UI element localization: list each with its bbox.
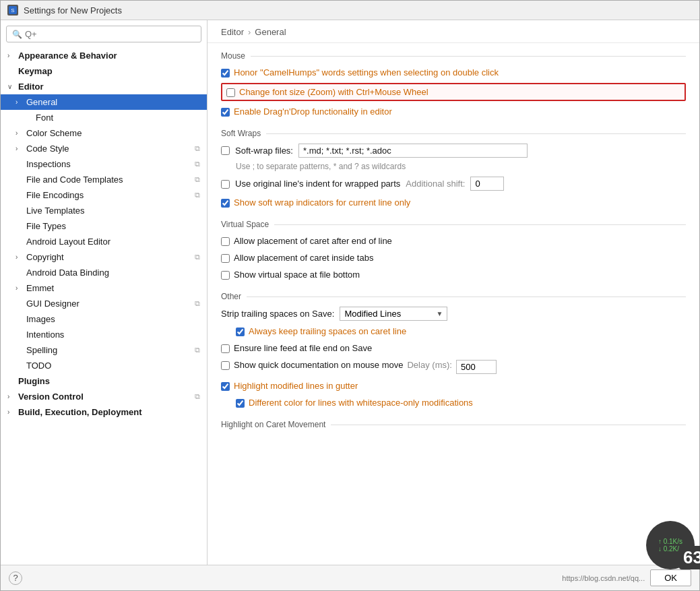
chevron-icon: ›: [15, 145, 24, 152]
sidebar-item-copyright[interactable]: ›Copyright⧉: [1, 249, 207, 265]
dropdown-arrow-icon: ▼: [436, 310, 443, 317]
sidebar-item-label: Plugins: [18, 376, 50, 386]
shift-input[interactable]: [470, 177, 504, 191]
bottom-bar: ? https://blog.csdn.net/qq... OK: [1, 565, 699, 590]
zoom-mouse-wheel-label: Change font size (Zoom) with Ctrl+Mouse …: [239, 87, 428, 97]
drag-drop-checkbox[interactable]: [221, 108, 230, 117]
virtual-space-bottom-label: Show virtual space at file bottom: [234, 270, 360, 280]
sidebar-item-label: General: [26, 97, 57, 107]
caret-inside-tabs-row: Allow placement of caret inside tabs: [221, 251, 686, 264]
copy-icon: ⧉: [195, 191, 200, 199]
sidebar-item-file-encodings[interactable]: File Encodings⧉: [1, 187, 207, 203]
sidebar-item-emmet[interactable]: ›Emmet: [1, 280, 207, 296]
app-icon: S: [7, 5, 18, 15]
strip-trailing-dropdown[interactable]: Modified Lines ▼: [340, 307, 447, 321]
copy-icon: ⧉: [195, 175, 200, 184]
sidebar-item-general[interactable]: ›General: [1, 94, 207, 110]
quick-doc-checkbox[interactable]: [221, 361, 230, 370]
sidebar-item-android-data-binding[interactable]: Android Data Binding: [1, 265, 207, 280]
virtual-space-section: Virtual Space Allow placement of caret a…: [221, 220, 686, 281]
chevron-icon: ›: [15, 253, 24, 261]
sidebar-item-build-execution[interactable]: ›Build, Execution, Deployment: [1, 404, 207, 420]
sidebar-item-file-types[interactable]: File Types: [1, 218, 207, 234]
sidebar-item-inspections[interactable]: Inspections⧉: [1, 156, 207, 172]
sidebar-item-label: Keymap: [18, 66, 53, 76]
quick-doc-row: Show quick documentation on mouse move D…: [221, 359, 686, 375]
soft-wrap-files-label: Soft-wrap files:: [235, 146, 293, 156]
settings-content: Mouse Honor "CamelHumps" words settings …: [208, 43, 699, 565]
sidebar-item-plugins[interactable]: Plugins: [1, 373, 207, 389]
virtual-space-header: Virtual Space: [221, 220, 686, 229]
search-icon: 🔍: [12, 30, 22, 39]
sidebar-item-label: Android Layout Editor: [26, 237, 110, 247]
dropdown-value: Modified Lines: [344, 309, 401, 319]
ensure-line-feed-checkbox[interactable]: [221, 344, 230, 353]
ensure-line-feed-label: Ensure line feed at file end on Save: [234, 343, 372, 353]
drag-drop-label: Enable Drag'n'Drop functionality in edit…: [234, 106, 392, 117]
chevron-icon: ›: [15, 98, 24, 106]
sidebar-item-label: Intentions: [26, 330, 64, 340]
sidebar-item-color-scheme[interactable]: ›Color Scheme: [1, 125, 207, 141]
highlight-modified-label: Highlight modified lines in gutter: [234, 381, 358, 391]
sidebar-item-font[interactable]: Font: [1, 110, 207, 125]
breadcrumb: Editor › General: [208, 20, 699, 43]
show-indicators-checkbox[interactable]: [221, 199, 230, 208]
virtual-space-bottom-row: Show virtual space at file bottom: [221, 268, 686, 281]
drag-drop-row: Enable Drag'n'Drop functionality in edit…: [221, 105, 686, 118]
chevron-icon: ›: [15, 284, 24, 292]
sidebar-item-android-layout-editor[interactable]: Android Layout Editor: [1, 234, 207, 249]
sidebar-item-label: Editor: [18, 82, 44, 92]
sidebar-item-editor[interactable]: ∨Editor: [1, 79, 207, 94]
highlight-modified-checkbox[interactable]: [221, 382, 230, 391]
speed-number: 63: [679, 546, 700, 569]
copy-icon: ⧉: [195, 346, 200, 354]
speed-widget: ↑ 0.1K/s ↓ 0.2K/s 63: [646, 521, 695, 569]
soft-wrap-files-checkbox[interactable]: [221, 146, 230, 155]
sidebar-item-todo[interactable]: TODO: [1, 358, 207, 373]
delay-input[interactable]: [456, 360, 497, 374]
different-color-checkbox[interactable]: [236, 399, 245, 408]
sidebar-item-gui-designer[interactable]: GUI Designer⧉: [1, 296, 207, 311]
sidebar-item-code-style[interactable]: ›Code Style⧉: [1, 141, 207, 156]
sidebar-item-version-control[interactable]: ›Version Control⧉: [1, 389, 207, 404]
breadcrumb-editor: Editor: [221, 27, 244, 37]
quick-doc-label: Show quick documentation on mouse move: [234, 360, 403, 370]
soft-wrap-input[interactable]: [298, 144, 528, 158]
zoom-mouse-wheel-checkbox[interactable]: [226, 88, 235, 97]
caret-end-of-line-checkbox[interactable]: [221, 237, 230, 246]
sidebar-item-label: Live Templates: [26, 206, 84, 216]
copy-icon: ⧉: [195, 144, 200, 153]
sidebar-item-images[interactable]: Images: [1, 311, 207, 327]
camel-humps-label: Honor "CamelHumps" words settings when s…: [234, 67, 499, 77]
use-original-indent-label: Use original line's indent for wrapped p…: [235, 179, 400, 189]
additional-shift-label: Additional shift:: [406, 179, 465, 189]
use-original-indent-checkbox[interactable]: [221, 180, 230, 189]
svg-text:S: S: [11, 7, 14, 13]
caret-end-of-line-row: Allow placement of caret after end of li…: [221, 235, 686, 247]
other-section: Other Strip trailing spaces on Save: Mod…: [221, 292, 686, 409]
sidebar-item-live-templates[interactable]: Live Templates: [1, 203, 207, 218]
sidebar-item-label: Spelling: [26, 345, 57, 355]
sidebar-item-intentions[interactable]: Intentions: [1, 327, 207, 342]
camel-humps-checkbox[interactable]: [221, 69, 230, 77]
always-keep-trailing-row: Always keep trailing spaces on caret lin…: [221, 325, 686, 338]
always-keep-trailing-checkbox[interactable]: [236, 328, 245, 336]
chevron-icon: ›: [7, 393, 15, 400]
bottom-right: https://blog.csdn.net/qq... OK: [562, 569, 691, 586]
virtual-space-bottom-checkbox[interactable]: [221, 271, 230, 280]
ok-button[interactable]: OK: [650, 569, 691, 586]
settings-window: S Settings for New Projects 🔍 ›Appearanc…: [0, 0, 700, 591]
sidebar-item-keymap[interactable]: Keymap: [1, 63, 207, 79]
sidebar-item-spelling[interactable]: Spelling⧉: [1, 342, 207, 358]
help-button[interactable]: ?: [9, 571, 22, 585]
caret-inside-tabs-checkbox[interactable]: [221, 254, 230, 263]
strip-trailing-row: Strip trailing spaces on Save: Modified …: [221, 307, 686, 321]
sidebar-item-file-code-templates[interactable]: File and Code Templates⧉: [1, 172, 207, 187]
search-box[interactable]: 🔍: [6, 26, 201, 42]
strip-trailing-label: Strip trailing spaces on Save:: [221, 309, 334, 319]
search-input[interactable]: [25, 29, 195, 39]
sidebar-item-label: Font: [36, 113, 53, 123]
status-url: https://blog.csdn.net/qq...: [562, 574, 645, 582]
sidebar-item-label: Android Data Binding: [26, 268, 109, 278]
sidebar-item-appearance[interactable]: ›Appearance & Behavior: [1, 48, 207, 63]
